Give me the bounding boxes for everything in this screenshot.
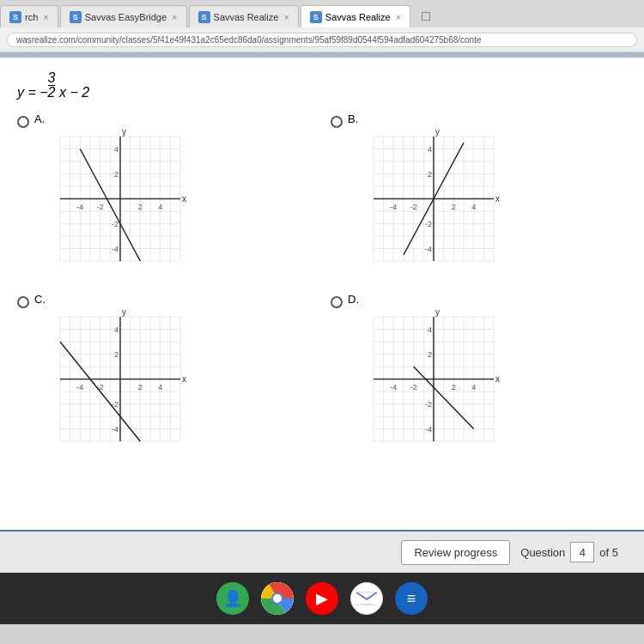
taskbar-icon-youtube[interactable]: ▶ [306, 582, 338, 615]
address-bar-row: wasrealize.com/community/classes/5f41e49… [0, 27, 644, 52]
tab-label-realize2: Savvas Realize [325, 12, 391, 22]
tab-icon-realize1: S [198, 11, 210, 23]
tab-icon-realize2: S [310, 11, 322, 23]
question-label: Question [520, 546, 565, 559]
tab-close-realize1[interactable]: × [283, 12, 289, 22]
bottom-bar: Review progress Question 4 of 5 [0, 530, 644, 573]
tab-easybridge[interactable]: S Savvas EasyBridge × [60, 5, 187, 27]
tab-close-realize2[interactable]: × [396, 12, 401, 22]
graph-c[interactable] [34, 308, 189, 459]
taskbar: 👤 ▶ ≡ [0, 573, 644, 624]
tab-realize1[interactable]: S Savvas Realize × [189, 5, 299, 27]
tab-icon-easybridge: S [70, 11, 82, 23]
radio-d[interactable] [331, 296, 343, 308]
graphs-grid: A. B. C. D. [17, 112, 627, 461]
option-d: D. [331, 293, 627, 461]
tab-label-rch: rch [25, 12, 38, 22]
taskbar-icon-gmail[interactable] [350, 582, 383, 615]
taskbar-icon-docs[interactable]: ≡ [395, 582, 428, 615]
tab-label-easybridge: Savvas EasyBridge [85, 12, 167, 22]
taskbar-icon-chrome[interactable] [261, 582, 294, 615]
radio-a[interactable] [17, 116, 29, 128]
label-b: B. [348, 112, 502, 125]
option-a: A. [17, 112, 313, 281]
question-nav: Question 4 of 5 [520, 542, 618, 562]
option-b: B. [331, 112, 627, 281]
tab-label-realize1: Savvas Realize [214, 12, 279, 22]
main-content: y = −32 x − 2 A. B. C. [0, 58, 644, 530]
tab-rch[interactable]: S rch × [0, 5, 58, 27]
taskbar-icon-people[interactable]: 👤 [216, 582, 249, 615]
of-label: of 5 [599, 546, 618, 559]
svg-point-2 [273, 594, 282, 603]
label-a: A. [34, 112, 189, 125]
address-bar[interactable]: wasrealize.com/community/classes/5f41e49… [7, 33, 637, 47]
label-d: D. [348, 293, 502, 306]
new-tab-button[interactable]: □ [416, 5, 436, 27]
label-c: C. [34, 293, 189, 306]
graph-d[interactable] [348, 308, 502, 459]
equation-display: y = −32 x − 2 [17, 71, 627, 100]
tab-realize2[interactable]: S Savvas Realize × [301, 5, 410, 27]
tabs-bar: S rch × S Savvas EasyBridge × S Savvas R… [0, 0, 644, 27]
radio-b[interactable] [331, 116, 343, 128]
graph-a[interactable] [34, 128, 189, 278]
question-number-box[interactable]: 4 [570, 542, 594, 562]
review-progress-button[interactable]: Review progress [401, 540, 510, 565]
browser-chrome: S rch × S Savvas EasyBridge × S Savvas R… [0, 0, 644, 52]
tab-close-rch[interactable]: × [43, 12, 48, 22]
tab-close-easybridge[interactable]: × [172, 12, 177, 22]
graph-b[interactable] [348, 128, 502, 278]
radio-c[interactable] [17, 296, 29, 308]
tab-icon-rch: S [9, 11, 21, 23]
option-c: C. [17, 293, 313, 461]
